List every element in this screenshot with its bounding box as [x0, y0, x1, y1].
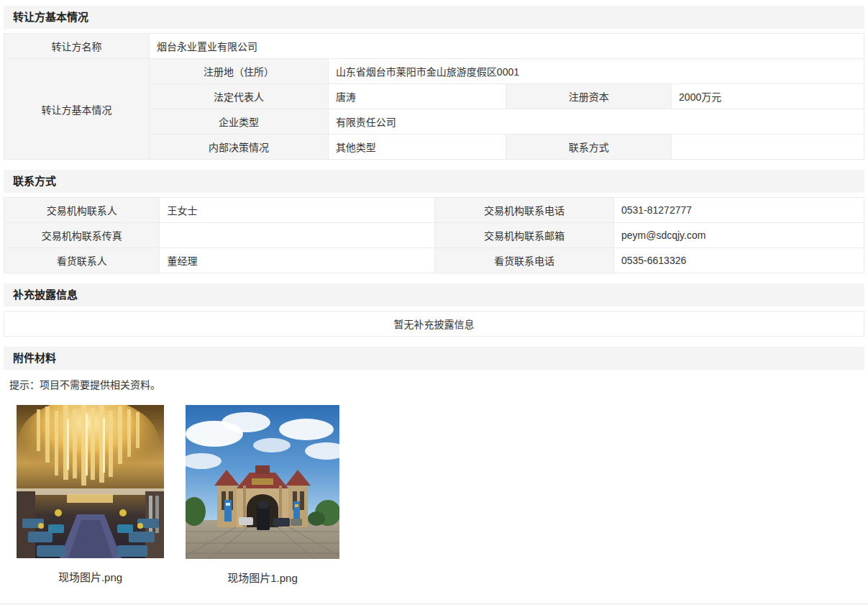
field-value-enterprise-type: 有限责任公司: [328, 109, 864, 135]
field-value-legal-representative: 唐涛: [328, 84, 506, 109]
field-label-agency-phone: 交易机构联系电话: [435, 198, 614, 223]
attachment-caption: 现场图片1.png: [186, 571, 339, 585]
field-value-agency-phone: 0531-81272777: [613, 198, 864, 223]
attachment-caption: 现场图片.png: [17, 570, 164, 584]
table-row: 暂无补充披露信息: [4, 311, 864, 337]
table-row: 转让方名称 烟台永业置业有限公司: [4, 34, 864, 59]
table-row: 转让方基本情况 注册地（住所） 山东省烟台市莱阳市金山旅游度假区0001: [4, 59, 864, 84]
field-label-inspection-phone: 看货联系电话: [435, 248, 614, 273]
field-label-internal-decision: 内部决策情况: [150, 135, 329, 160]
table-row: 交易机构联系人 王女士 交易机构联系电话 0531-81272777: [4, 198, 864, 223]
field-label-registered-capital: 注册资本: [506, 84, 672, 109]
field-label-transferor-name: 转让方名称: [4, 34, 150, 59]
field-label-contact-method: 联系方式: [506, 135, 672, 160]
field-value-inspection-contact: 董经理: [160, 248, 435, 273]
table-row: 看货联系人 董经理 看货联系电话 0535-6613326: [4, 248, 864, 273]
field-value-registered-address: 山东省烟台市莱阳市金山旅游度假区0001: [328, 59, 864, 84]
field-value-contact-method: [672, 135, 864, 160]
field-label-legal-representative: 法定代表人: [150, 84, 329, 109]
field-value-agency-fax: [160, 223, 435, 248]
attachments-hint: 提示：项目不需要提供相关资料。: [9, 378, 864, 392]
section-title-transferor: 转让方基本情况: [4, 6, 864, 29]
asset-disclosure-page: 转让方基本情况 转让方名称 烟台永业置业有限公司 转让方基本情况 注册地（住所）…: [0, 0, 868, 604]
table-row: 交易机构联系传真 交易机构联系邮箱 peym@sdcqjy.com: [4, 223, 864, 248]
supplement-empty-text: 暂无补充披露信息: [4, 311, 864, 337]
field-label-registered-address: 注册地（住所）: [150, 59, 329, 84]
contact-table: 交易机构联系人 王女士 交易机构联系电话 0531-81272777 交易机构联…: [4, 197, 864, 273]
field-label-enterprise-type: 企业类型: [150, 109, 329, 135]
field-label-group: 转让方基本情况: [4, 59, 150, 160]
site-photo-lobby-image[interactable]: [17, 405, 164, 558]
field-label-agency-contact: 交易机构联系人: [4, 198, 160, 223]
field-value-internal-decision: 其他类型: [328, 135, 506, 160]
field-label-agency-email: 交易机构联系邮箱: [435, 223, 614, 248]
section-supplement: 补充披露信息 暂无补充披露信息: [4, 283, 864, 337]
section-title-attachments: 附件材料: [4, 347, 864, 370]
section-transferor: 转让方基本情况 转让方名称 烟台永业置业有限公司 转让方基本情况 注册地（住所）…: [4, 6, 864, 160]
transferor-table: 转让方名称 烟台永业置业有限公司 转让方基本情况 注册地（住所） 山东省烟台市莱…: [4, 33, 864, 160]
field-value-inspection-phone: 0535-6613326: [613, 248, 864, 273]
field-label-agency-fax: 交易机构联系传真: [4, 223, 160, 248]
attachment-item[interactable]: 现场图片.png: [17, 405, 164, 584]
site-photo-gate-image[interactable]: [186, 405, 339, 559]
section-attachments: 附件材料 提示：项目不需要提供相关资料。: [4, 347, 864, 585]
attachment-item[interactable]: 现场图片1.png: [186, 405, 339, 585]
field-value-transferor-name: 烟台永业置业有限公司: [150, 34, 864, 59]
field-label-inspection-contact: 看货联系人: [4, 248, 160, 273]
section-title-supplement: 补充披露信息: [4, 283, 864, 306]
field-value-agency-contact: 王女士: [160, 198, 435, 223]
section-title-contact: 联系方式: [4, 170, 864, 193]
attachments-list: 现场图片.png: [17, 405, 864, 585]
supplement-table: 暂无补充披露信息: [4, 311, 864, 337]
field-value-agency-email: peym@sdcqjy.com: [613, 223, 864, 248]
section-contact: 联系方式 交易机构联系人 王女士 交易机构联系电话 0531-81272777 …: [4, 170, 864, 273]
field-value-registered-capital: 2000万元: [672, 84, 864, 109]
